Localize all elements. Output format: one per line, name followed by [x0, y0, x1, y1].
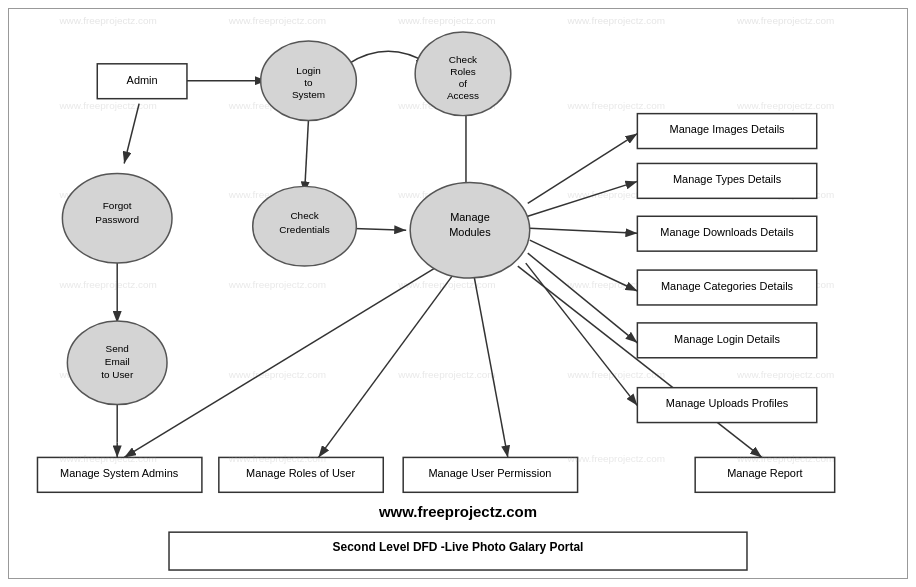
manage-uploads-label: Manage Uploads Profiles	[666, 398, 789, 410]
manage-downloads-label: Manage Downloads Details	[660, 226, 794, 238]
check-roles-3: of	[459, 78, 468, 89]
manage-user-perm-label: Manage User Permission	[428, 467, 551, 479]
watermark: www.freeprojectz.com	[567, 453, 665, 464]
svg-line-4	[305, 119, 309, 194]
watermark: www.freeprojectz.com	[567, 15, 665, 26]
check-roles-2: Roles	[450, 66, 475, 77]
manage-login-label: Manage Login Details	[674, 333, 780, 345]
watermark: www.freeprojectz.com	[58, 453, 156, 464]
title-label: Second Level DFD -Live Photo Galary Port…	[333, 540, 584, 554]
manage-modules-1: Manage	[450, 211, 490, 223]
svg-line-9	[530, 228, 638, 233]
login-label-3: System	[292, 89, 325, 100]
watermark: www.freeprojectz.com	[736, 453, 834, 464]
watermark: www.freeprojectz.com	[397, 15, 495, 26]
send-email-1: Send	[106, 343, 129, 354]
svg-line-3	[124, 104, 139, 164]
svg-line-15	[473, 270, 508, 457]
manage-admins-label: Manage System Admins	[60, 467, 179, 479]
check-roles-4: Access	[447, 90, 479, 101]
watermark: www.freeprojectz.com	[736, 100, 834, 111]
watermark: www.freeprojectz.com	[58, 279, 156, 290]
watermark: www.freeprojectz.com	[736, 369, 834, 380]
watermark: www.freeprojectz.com	[228, 279, 326, 290]
manage-modules-2: Modules	[449, 226, 491, 238]
manage-report-label: Manage Report	[727, 467, 803, 479]
check-roles-1: Check	[449, 54, 477, 65]
login-label-2: to	[304, 77, 313, 88]
watermark: www.freeprojectz.com	[567, 100, 665, 111]
manage-types-label: Manage Types Details	[673, 173, 782, 185]
check-cred-2: Credentials	[279, 224, 329, 235]
login-label-1: Login	[296, 65, 320, 76]
watermark: www.freeprojectz.com	[397, 369, 495, 380]
manage-roles-label: Manage Roles of User	[246, 467, 355, 479]
send-email-2: Email	[105, 356, 130, 367]
send-email-3: to User	[101, 369, 134, 380]
svg-line-11	[528, 253, 638, 343]
forgot-2: Password	[95, 214, 139, 225]
watermark: www.freeprojectz.com	[228, 369, 326, 380]
forgot-1: Forgot	[103, 200, 132, 211]
admin-label: Admin	[127, 74, 158, 86]
watermark: www.freeprojectz.com	[58, 100, 156, 111]
watermark: www.freeprojectz.com	[228, 15, 326, 26]
check-cred-1: Check	[290, 210, 318, 221]
watermark: www.freeprojectz.com	[736, 15, 834, 26]
svg-line-13	[124, 266, 438, 457]
manage-categories-label: Manage Categories Details	[661, 280, 794, 292]
watermark: www.freeprojectz.com	[228, 453, 326, 464]
watermark: www.freeprojectz.com	[58, 15, 156, 26]
manage-images-label: Manage Images Details	[670, 123, 786, 135]
diagram-container: www.freeprojectz.com www.freeprojectz.co…	[8, 8, 908, 579]
website-footer: www.freeprojectz.com	[378, 503, 537, 520]
